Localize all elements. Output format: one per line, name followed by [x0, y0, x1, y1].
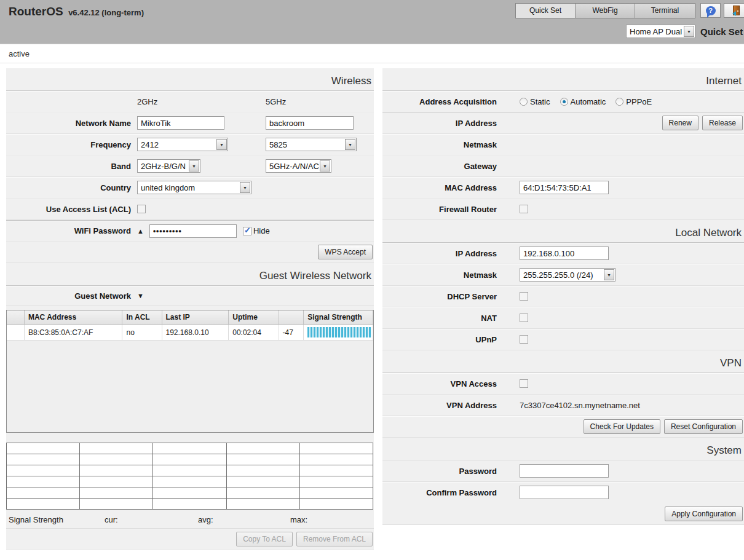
wan-gateway-label: Gateway [382, 162, 497, 171]
vpn-access-label: VPN Access [382, 379, 497, 388]
status-tab-active[interactable]: active [9, 49, 30, 58]
hide-password-checkbox[interactable] [243, 227, 251, 235]
col-select [7, 310, 24, 325]
country-value: united kingdom [138, 183, 239, 192]
tab-quick-set[interactable]: Quick Set [516, 4, 576, 18]
check-for-updates-button[interactable]: Check For Updates [584, 419, 660, 434]
nat-row: NAT [382, 307, 744, 329]
country-select[interactable]: united kingdom ▼ [137, 181, 251, 194]
password-label: Password [382, 467, 497, 476]
view-tabs: Quick Set WebFig Terminal [515, 3, 695, 18]
upnp-label: UPnP [382, 335, 497, 344]
collapse-up-icon[interactable]: ▲ [137, 227, 144, 235]
lan-ip-input[interactable] [520, 246, 609, 260]
frequency-label: Frequency [6, 140, 131, 149]
reset-configuration-button[interactable]: Reset Configuration [664, 419, 743, 434]
frequency-5ghz-value: 5825 [266, 140, 344, 149]
frequency-2ghz-select[interactable]: 2412 ▼ [137, 138, 228, 151]
chevron-down-icon[interactable]: ▼ [684, 26, 694, 37]
logout-icon [733, 6, 740, 15]
lan-netmask-label: Netmask [382, 270, 497, 280]
table-row[interactable]: B8:C3:85:0A:C7:AF no 192.168.0.10 00:02:… [7, 325, 373, 341]
frequency-5ghz-select[interactable]: 5825 ▼ [266, 138, 357, 151]
frequency-2ghz-value: 2412 [138, 140, 216, 149]
quick-set-page: RouterOS v6.42.12 (long-term) Quick Set … [0, 0, 744, 560]
signal-grid-cell [80, 476, 153, 487]
tab-terminal[interactable]: Terminal [635, 4, 695, 18]
band-5ghz-select[interactable]: 5GHz-A/N/AC ▼ [266, 159, 331, 173]
remove-from-acl-button[interactable]: Remove From ACL [296, 532, 373, 546]
wps-row: WPS Accept [6, 242, 374, 263]
signal-grid-cell [80, 499, 153, 510]
confirm-password-label: Confirm Password [382, 488, 497, 497]
wps-accept-button[interactable]: WPS Accept [318, 245, 373, 259]
radio-static-control[interactable] [520, 98, 528, 106]
signal-grid-cell [226, 487, 299, 499]
help-button[interactable]: ? [700, 3, 721, 18]
dhcp-server-checkbox[interactable] [520, 292, 528, 301]
tab-webfig[interactable]: WebFig [576, 4, 635, 18]
wifi-password-input[interactable] [149, 224, 237, 238]
network-name-5ghz-input[interactable] [266, 116, 354, 130]
renew-button[interactable]: Renew [662, 116, 698, 130]
logout-button[interactable] [724, 3, 744, 18]
chevron-down-icon[interactable]: ▼ [604, 269, 614, 280]
use-acl-checkbox[interactable] [137, 205, 146, 213]
chevron-down-icon[interactable]: ▼ [320, 160, 330, 172]
signal-grid [6, 443, 373, 510]
radio-static-label: Static [530, 97, 550, 106]
radio-automatic[interactable]: Automatic [560, 97, 606, 106]
signal-grid-cell [153, 443, 226, 454]
help-icon: ? [706, 6, 716, 15]
collapse-down-icon[interactable]: ▼ [137, 292, 144, 299]
release-button[interactable]: Release [702, 116, 743, 130]
row-select-cell[interactable] [7, 325, 24, 341]
guest-network-label: Guest Network [6, 291, 131, 301]
signal-grid-cell [226, 454, 299, 465]
network-name-2ghz-input[interactable] [137, 116, 224, 130]
vpn-address-row: VPN Address 7c3307ce4102.sn.mynetname.ne… [382, 395, 744, 416]
radio-pppoe-control[interactable] [615, 98, 623, 106]
band-2ghz-select[interactable]: 2GHz-B/G/N ▼ [137, 159, 200, 173]
address-acquisition-label: Address Acquisition [382, 97, 497, 106]
signal-grid-cell [299, 465, 373, 476]
signal-grid-wrap [6, 438, 374, 512]
col-last-ip[interactable]: Last IP [162, 310, 229, 325]
mac-address-input[interactable] [520, 181, 609, 194]
signal-grid-cell [7, 443, 80, 454]
lan-netmask-select[interactable]: 255.255.255.0 (/24) ▼ [520, 268, 615, 282]
radio-automatic-control[interactable] [560, 98, 568, 106]
apply-configuration-button[interactable]: Apply Configuration [665, 507, 743, 521]
copy-to-acl-button[interactable]: Copy To ACL [236, 532, 293, 546]
chevron-down-icon[interactable]: ▼ [240, 182, 250, 193]
country-row: Country united kingdom ▼ [6, 177, 374, 199]
signal-grid-cell [226, 499, 299, 510]
use-acl-row: Use Access List (ACL) [6, 199, 374, 220]
radio-pppoe[interactable]: PPPoE [615, 97, 652, 106]
upnp-checkbox[interactable] [520, 335, 528, 344]
password-input[interactable] [520, 464, 609, 478]
radio-static[interactable]: Static [520, 97, 550, 106]
confirm-password-input[interactable] [520, 486, 609, 499]
apply-row: Apply Configuration [382, 503, 744, 525]
vpn-access-checkbox[interactable] [520, 379, 528, 388]
mac-address-label: MAC Address [382, 183, 497, 192]
nat-checkbox[interactable] [520, 314, 528, 322]
app-title: RouterOS [9, 5, 63, 18]
use-acl-label: Use Access List (ACL) [6, 205, 131, 214]
signal-stats-label: Signal Strength [9, 515, 63, 524]
col-signal-strength[interactable]: Signal Strength [304, 310, 373, 325]
firewall-router-checkbox[interactable] [520, 205, 528, 213]
chevron-down-icon[interactable]: ▼ [216, 139, 227, 150]
col-in-acl[interactable]: In ACL [122, 310, 162, 325]
profile-select[interactable]: Home AP Dual ▼ [626, 25, 695, 38]
chevron-down-icon[interactable]: ▼ [345, 139, 355, 150]
acl-buttons-row: Copy To ACL Remove From ACL [6, 528, 374, 550]
system-heading: System [382, 438, 744, 460]
col-signal-value [279, 310, 304, 325]
uptime-cell: 00:02:04 [229, 325, 279, 341]
chevron-down-icon[interactable]: ▼ [189, 160, 199, 172]
nat-label: NAT [382, 314, 497, 323]
col-mac-address[interactable]: MAC Address [24, 310, 122, 325]
col-uptime[interactable]: Uptime [229, 310, 279, 325]
